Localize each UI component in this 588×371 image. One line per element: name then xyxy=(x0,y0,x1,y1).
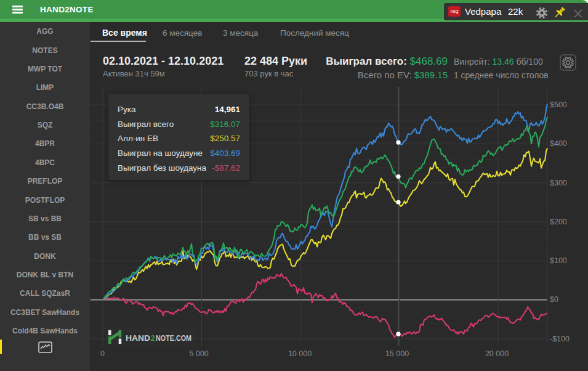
svg-text:10 000: 10 000 xyxy=(288,349,312,358)
svg-text:HAND: HAND xyxy=(126,333,150,343)
svg-text:$0: $0 xyxy=(550,295,558,304)
svg-text:$400: $400 xyxy=(550,139,567,148)
svg-text:2: 2 xyxy=(151,333,156,343)
svg-text:$100: $100 xyxy=(550,256,567,265)
svg-text:0: 0 xyxy=(100,349,105,358)
svg-text:20 000: 20 000 xyxy=(485,349,509,358)
svg-text:$300: $300 xyxy=(550,179,567,187)
svg-text:-$100: -$100 xyxy=(550,335,570,343)
svg-text:5 000: 5 000 xyxy=(189,349,208,358)
svg-text:15 000: 15 000 xyxy=(385,349,409,358)
svg-text:$200: $200 xyxy=(550,218,567,226)
svg-text:NOTE.COM: NOTE.COM xyxy=(156,333,191,343)
svg-text:$500: $500 xyxy=(550,100,567,109)
